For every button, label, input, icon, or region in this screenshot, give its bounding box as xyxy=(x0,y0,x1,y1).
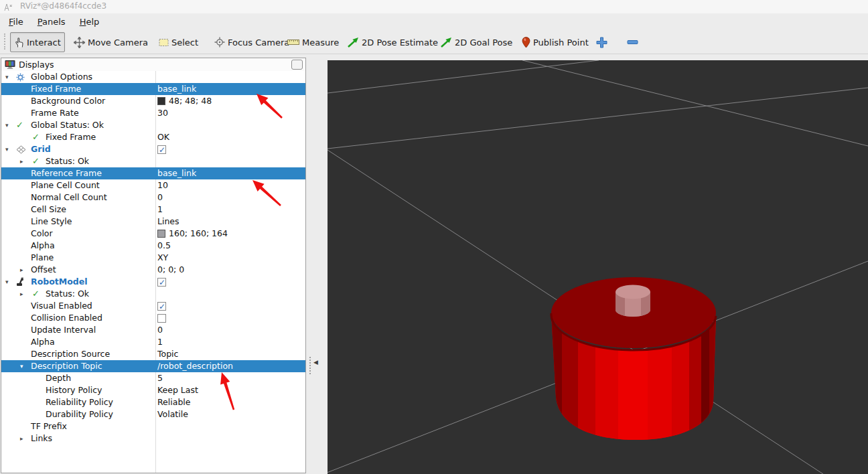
tree-row-reliability-policy[interactable]: Reliability PolicyReliable xyxy=(1,396,305,408)
menu-help[interactable]: Help xyxy=(78,15,102,28)
expanded-arrow-icon[interactable]: ▾ xyxy=(5,143,9,155)
panel-header-button[interactable] xyxy=(291,60,303,70)
tree-row-alpha[interactable]: Alpha1 xyxy=(1,336,305,348)
toolbar-button-minus-icon[interactable] xyxy=(623,32,642,52)
tree-row-robotmodel[interactable]: ▾RobotModel xyxy=(1,276,305,288)
toolbar-button-select[interactable]: Select xyxy=(155,32,202,52)
toolbar-drag-handle[interactable] xyxy=(4,33,5,50)
tree-row-description-source[interactable]: Description SourceTopic xyxy=(1,348,305,360)
property-value[interactable]: base_link xyxy=(157,167,196,179)
expanded-arrow-icon[interactable]: ▾ xyxy=(5,71,9,83)
tree-row-fixed-frame[interactable]: Fixed Framebase_link xyxy=(1,83,305,95)
property-value[interactable]: Reliable xyxy=(157,396,191,408)
tree-row-history-policy[interactable]: History PolicyKeep Last xyxy=(1,384,305,396)
tree-row-global-options[interactable]: ▾Global Options xyxy=(1,71,305,83)
property-value[interactable]: 48; 48; 48 xyxy=(157,95,212,107)
robot-icon xyxy=(16,276,25,287)
toolbar-button-publish-point[interactable]: Publish Point xyxy=(518,32,593,52)
toolbar-button-label: Measure xyxy=(302,37,339,48)
checkbox-checked[interactable] xyxy=(157,278,166,287)
collapsed-arrow-icon[interactable]: ▸ xyxy=(20,264,23,276)
property-value[interactable]: 1 xyxy=(157,336,163,348)
tree-row-depth[interactable]: Depth5 xyxy=(1,372,305,384)
tree-row-fixed-frame[interactable]: ✓Fixed FrameOK xyxy=(1,131,305,143)
collapsed-arrow-icon[interactable]: ▸ xyxy=(20,155,23,167)
property-value[interactable]: 160; 160; 164 xyxy=(157,228,228,240)
pin-icon xyxy=(522,37,530,48)
property-value[interactable]: Topic xyxy=(157,348,178,360)
property-value[interactable] xyxy=(157,312,166,324)
property-value[interactable]: XY xyxy=(157,252,168,264)
tree-row-offset[interactable]: ▸Offset0; 0; 0 xyxy=(1,264,305,276)
tree-row-update-interval[interactable]: Update Interval0 xyxy=(1,324,305,336)
property-name: Status: Ok xyxy=(46,155,89,167)
property-value[interactable]: Volatile xyxy=(157,408,188,420)
collapsed-arrow-icon[interactable]: ▸ xyxy=(20,432,23,445)
toolbar-button-focus-camera[interactable]: Focus Camera xyxy=(210,32,293,52)
tree-row-collision-enabled[interactable]: Collision Enabled xyxy=(1,312,305,324)
minus-icon xyxy=(627,40,638,45)
tree-row-durability-policy[interactable]: Durability PolicyVolatile xyxy=(1,408,305,420)
tree-row-status-ok[interactable]: ▸✓Status: Ok xyxy=(1,155,305,167)
tree-row-description-topic[interactable]: ▾Description Topic/robot_description xyxy=(1,360,305,372)
property-value[interactable]: Lines xyxy=(157,216,179,228)
property-name: Frame Rate xyxy=(31,107,79,119)
tree-row-normal-cell-count[interactable]: Normal Cell Count0 xyxy=(1,191,305,204)
property-name: Line Style xyxy=(31,216,72,228)
toolbar-button-interact[interactable]: Interact xyxy=(10,32,65,52)
property-value[interactable]: 10 xyxy=(157,179,168,191)
splitter-handle[interactable] xyxy=(309,357,311,374)
tree-row-cell-size[interactable]: Cell Size1 xyxy=(1,204,305,216)
property-value[interactable] xyxy=(157,276,166,288)
expanded-arrow-icon[interactable]: ▾ xyxy=(20,360,23,372)
property-value[interactable]: 30 xyxy=(157,107,168,119)
property-value[interactable]: 0.5 xyxy=(157,240,171,252)
tree-row-reference-frame[interactable]: Reference Framebase_link xyxy=(1,167,305,179)
toolbar-button-move-camera[interactable]: Move Camera xyxy=(70,32,152,52)
property-value[interactable] xyxy=(157,143,166,155)
ruler-icon xyxy=(287,38,299,46)
checkbox-unchecked[interactable] xyxy=(157,314,166,323)
property-name: Description Topic xyxy=(31,360,102,372)
title-bar: RViz*@d4864f4ccde3 xyxy=(0,0,868,13)
toolbar-button-measure[interactable]: Measure xyxy=(283,32,343,52)
tree-row-plane[interactable]: PlaneXY xyxy=(1,252,305,264)
property-value[interactable]: /robot_description xyxy=(157,360,233,372)
tree-row-frame-rate[interactable]: Frame Rate30 xyxy=(1,107,305,119)
collapse-panel-arrow-icon[interactable]: ◀ xyxy=(313,359,318,366)
toolbar-button-label: Move Camera xyxy=(88,37,148,48)
toolbar-button-2d-goal-pose[interactable]: 2D Goal Pose xyxy=(437,32,516,52)
property-value[interactable]: OK xyxy=(157,131,169,143)
property-value[interactable]: Keep Last xyxy=(157,384,198,396)
tree-row-alpha[interactable]: Alpha0.5 xyxy=(1,240,305,252)
toolbar-button-plus-icon[interactable] xyxy=(592,32,611,52)
tree-row-links[interactable]: ▸Links xyxy=(1,432,305,445)
toolbar-button-label: 2D Goal Pose xyxy=(455,37,512,48)
expanded-arrow-icon[interactable]: ▾ xyxy=(5,276,9,288)
menu-file[interactable]: File xyxy=(7,15,25,28)
property-value[interactable]: 0 xyxy=(157,191,163,204)
property-value[interactable]: 0; 0; 0 xyxy=(157,264,184,276)
property-value[interactable]: base_link xyxy=(157,83,196,95)
property-value[interactable] xyxy=(157,300,166,312)
tree-row-visual-enabled[interactable]: Visual Enabled xyxy=(1,300,305,312)
tree-row-status-ok[interactable]: ▸✓Status: Ok xyxy=(1,288,305,300)
tree-row-plane-cell-count[interactable]: Plane Cell Count10 xyxy=(1,179,305,191)
tree-row-grid[interactable]: ▾Grid xyxy=(1,143,305,155)
property-value[interactable]: 5 xyxy=(157,372,163,384)
expanded-arrow-icon[interactable]: ▾ xyxy=(5,119,9,131)
menu-panels[interactable]: Panels xyxy=(35,15,68,28)
tree-row-background-color[interactable]: Background Color48; 48; 48 xyxy=(1,95,305,107)
3d-viewport[interactable] xyxy=(328,60,868,474)
tree-row-tf-prefix[interactable]: TF Prefix xyxy=(1,420,305,432)
property-value[interactable]: 1 xyxy=(157,204,163,216)
checkbox-checked[interactable] xyxy=(157,145,166,154)
toolbar-button-2d-pose-estimate[interactable]: 2D Pose Estimate xyxy=(344,32,442,52)
tree-row-color[interactable]: Color160; 160; 164 xyxy=(1,228,305,240)
displays-tree: ▾Global OptionsFixed Framebase_linkBackg… xyxy=(1,71,305,473)
tree-row-line-style[interactable]: Line StyleLines xyxy=(1,216,305,228)
tree-row-global-status-ok[interactable]: ▾✓Global Status: Ok xyxy=(1,119,305,131)
property-value[interactable]: 0 xyxy=(157,324,163,336)
collapsed-arrow-icon[interactable]: ▸ xyxy=(20,288,23,300)
checkbox-checked[interactable] xyxy=(157,302,166,311)
